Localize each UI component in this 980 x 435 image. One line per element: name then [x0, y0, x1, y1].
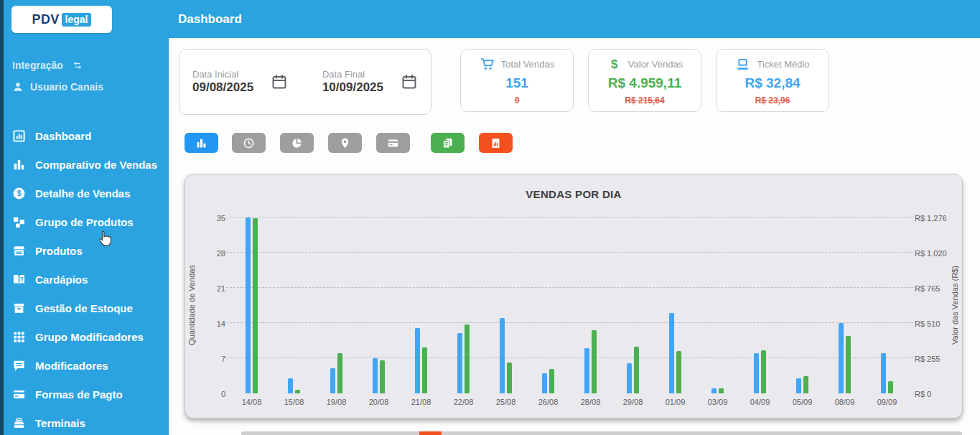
bar-valor-das-vendas-r	[761, 350, 766, 393]
right-axis-tick-label: R$ 1.276	[915, 214, 947, 223]
sidebar-section-integracao[interactable]: Integração	[12, 60, 83, 71]
credit-card-icon	[12, 388, 26, 401]
excel-export-icon	[490, 137, 502, 149]
header-bar: Dashboard	[169, 0, 980, 38]
bar-valor-das-vendas-r	[295, 390, 300, 393]
cart-icon	[480, 57, 495, 72]
chart-column-14-08	[230, 218, 273, 393]
x-axis-tick-label: 08/09	[823, 398, 866, 406]
bar-quantidade-de-vendas	[246, 218, 251, 393]
calendar-icon[interactable]	[271, 73, 288, 90]
sidebar-item-label: Dashboard	[35, 130, 91, 142]
pdf-export-icon	[442, 137, 454, 149]
calendar-icon[interactable]	[401, 73, 418, 90]
sidebar-item-usuario-canais[interactable]: Usuario Canais	[12, 81, 103, 93]
sidebar-item-label: Cardápios	[35, 273, 88, 286]
x-axis-tick-label: 26/08	[527, 398, 569, 406]
bar-quantidade-de-vendas	[415, 328, 420, 393]
chart-column-19-08	[315, 353, 358, 393]
date-end-group: Data Final 10/09/2025	[322, 69, 418, 95]
location-pin-icon	[339, 137, 351, 149]
date-filter-card: Data Inicial 09/08/2025 Data Final 10/09…	[179, 49, 431, 115]
toolbar-pie-chart-button[interactable]	[280, 133, 314, 153]
chart-column-21-08	[400, 328, 442, 393]
toolbar-excel-export-button[interactable]	[479, 133, 513, 153]
bar-valor-das-vendas-r	[888, 381, 893, 393]
date-start-label: Data Inicial	[192, 69, 253, 80]
clock-icon	[243, 137, 255, 149]
dashboard-icon	[12, 129, 26, 143]
x-axis-tick-label: 03/09	[696, 398, 739, 406]
chart-column-05-09	[781, 376, 823, 393]
dollar-circle-icon: $	[12, 187, 26, 200]
sidebar-item-modificadores[interactable]: Modificadores	[0, 351, 169, 380]
chart-column-20-08	[358, 358, 400, 393]
toolbar-clock-button[interactable]	[232, 133, 266, 153]
x-axis-tick-label: 09/09	[866, 398, 908, 406]
stat-card-total-vendas: Total Vendas1519	[460, 49, 574, 112]
terminal-icon	[12, 416, 26, 430]
bar-valor-das-vendas-r	[507, 362, 512, 393]
toolbar-pdf-export-button[interactable]	[431, 133, 465, 153]
bar-quantidade-de-vendas	[373, 358, 378, 393]
next-panel-edge	[241, 431, 962, 435]
right-axis-tick-label: R$ 255	[915, 355, 940, 363]
sidebar-item-grupo-modificadores[interactable]: Grupo Modificadores	[0, 322, 169, 351]
sidebar-section-label: Integração	[12, 60, 63, 71]
logo-text-legal: legal	[62, 13, 92, 27]
sidebar-item-label: Terminais	[35, 417, 85, 429]
stat-value: R$ 4.959,11	[608, 75, 681, 91]
sidebar-item-grupo-de-produtos[interactable]: Grupo de Produtos	[0, 207, 169, 236]
chart-column-22-08	[442, 324, 485, 393]
bar-quantidade-de-vendas	[796, 378, 801, 393]
bar-quantidade-de-vendas	[711, 388, 717, 393]
dollar-icon: $	[607, 57, 622, 72]
sidebar-item-formas-de-pagto[interactable]: Formas de Pagto	[0, 380, 169, 408]
right-axis-tick-label: R$ 510	[915, 319, 940, 328]
x-axis-tick-label: 04/09	[739, 398, 781, 406]
sidebar-item-dashboard[interactable]: Dashboard	[0, 121, 169, 150]
bar-quantidade-de-vendas	[330, 368, 335, 393]
sidebar-item-comparativo-de-vendas[interactable]: Comparativo de Vendas	[0, 150, 169, 179]
right-axis-tick-label: R$ 765	[915, 284, 940, 293]
bar-quantidade-de-vendas	[839, 323, 844, 393]
bar-valor-das-vendas-r	[803, 376, 808, 393]
stat-card-valor-vendas: $Valor VendasR$ 4.959,11R$ 215,64	[588, 49, 701, 112]
sidebar: PDV legal Integração Usuario Canais Dash…	[0, 0, 169, 435]
sidebar-item-cardapios[interactable]: Cardápios	[0, 265, 169, 294]
sidebar-item-terminais[interactable]: Terminais	[0, 408, 169, 435]
chart-column-01-09	[654, 313, 696, 393]
chart-title: VENDAS POR DIA	[185, 188, 962, 200]
sidebar-item-label: Usuario Canais	[30, 81, 103, 93]
bar-valor-das-vendas-r	[549, 369, 554, 393]
x-axis-tick-label: 05/09	[781, 398, 823, 406]
date-start-value[interactable]: 09/08/2025	[192, 80, 253, 95]
toolbar-bar-chart-button[interactable]	[185, 133, 218, 153]
bar-valor-das-vendas-r	[337, 353, 342, 393]
stat-value: R$ 32,84	[745, 75, 800, 91]
bar-chart-icon	[195, 137, 207, 149]
date-start-group: Data Inicial 09/08/2025	[192, 69, 288, 95]
sidebar-item-produtos[interactable]: Produtos	[0, 236, 169, 265]
stat-title: Valor Vendas	[628, 59, 683, 70]
chart-column-09-09	[866, 353, 908, 393]
bar-valor-das-vendas-r	[422, 347, 427, 393]
chart-column-03-09	[696, 388, 739, 393]
bar-quantidade-de-vendas	[584, 348, 589, 393]
sidebar-item-gestao-de-estoque[interactable]: Gestão de Estoque	[0, 294, 169, 322]
sidebar-item-label: Formas de Pagto	[35, 388, 123, 401]
app-window: PDV legal Integração Usuario Canais Dash…	[0, 0, 980, 435]
toolbar-location-pin-button[interactable]	[328, 133, 362, 153]
x-axis-tick-label: 25/08	[485, 398, 527, 406]
sidebar-item-detalhe-de-vendas[interactable]: $Detalhe de Vendas	[0, 179, 169, 207]
x-axis-tick-label: 20/08	[358, 398, 400, 406]
toolbar-credit-card-button[interactable]	[376, 133, 410, 153]
logo[interactable]: PDV legal	[11, 6, 112, 33]
date-end-value[interactable]: 10/09/2025	[322, 80, 383, 95]
sitemap-icon	[12, 215, 26, 229]
next-panel-orange-edge	[419, 431, 442, 435]
svg-text:$: $	[17, 190, 22, 197]
bar-quantidade-de-vendas	[754, 353, 759, 393]
svg-text:$: $	[611, 57, 617, 71]
left-axis-tick-label: 35	[217, 214, 225, 223]
